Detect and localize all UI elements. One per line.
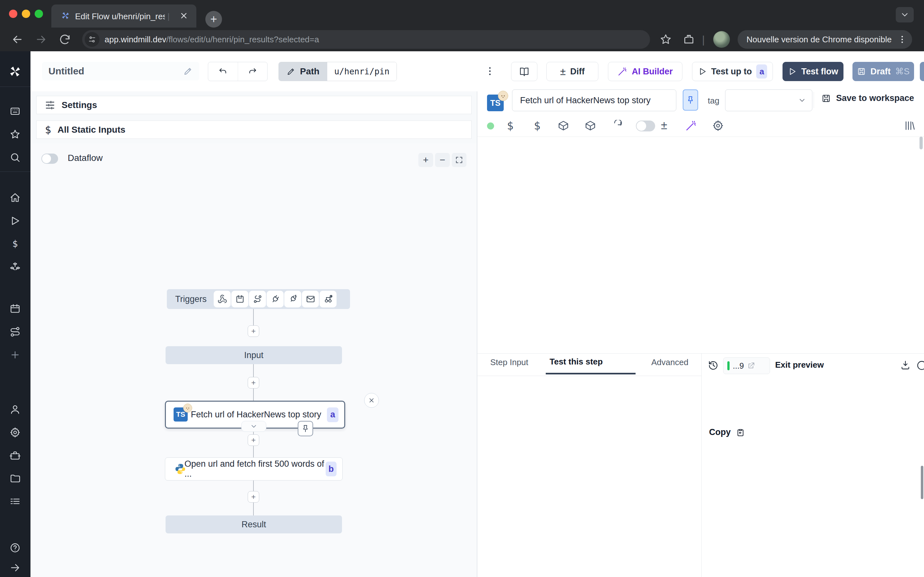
browser-tab[interactable]: Edit Flow u/henri/pin_results | — [51, 5, 196, 27]
ai-wand-icon[interactable] — [685, 120, 697, 131]
tab-test-this-step[interactable]: Test this step — [549, 357, 603, 367]
tag-select[interactable] — [725, 89, 813, 111]
forward-icon[interactable] — [35, 33, 47, 46]
browser-menu-kebab-icon[interactable] — [897, 35, 907, 44]
http-route-trigger-icon[interactable] — [249, 291, 266, 308]
hub-icon[interactable] — [10, 261, 21, 272]
poll-trigger-icon[interactable] — [320, 291, 336, 308]
path-group[interactable]: Path u/henri/pin — [278, 62, 397, 81]
edit-name-pencil-icon[interactable] — [183, 66, 193, 76]
graph-canvas[interactable]: Dataflow + − Triggers + Input + TS Fetch… — [31, 143, 476, 577]
webhook-trigger-icon[interactable] — [214, 291, 231, 308]
chrome-update-button[interactable]: Nouvelle version de Chrome disponible — [738, 30, 912, 49]
dataflow-toggle[interactable] — [41, 153, 58, 164]
ai-builder-button[interactable]: AI Builder — [608, 62, 682, 81]
test-up-to-button[interactable]: Test up to a — [692, 62, 773, 81]
schedule-trigger-icon[interactable] — [231, 291, 248, 308]
kafka-trigger-icon[interactable] — [284, 291, 301, 308]
zoom-out-button[interactable]: − — [435, 153, 450, 167]
back-icon[interactable] — [11, 33, 24, 46]
search-icon[interactable] — [10, 152, 21, 163]
expand-icon[interactable] — [10, 562, 21, 573]
preview-scrollbar[interactable] — [921, 466, 923, 499]
download-result-icon[interactable] — [900, 360, 911, 370]
help-icon[interactable] — [10, 542, 21, 553]
undo-button[interactable] — [208, 62, 238, 81]
diff-button[interactable]: ± Diff — [546, 62, 598, 81]
site-settings-icon[interactable] — [85, 32, 99, 47]
close-window-button[interactable] — [9, 10, 17, 18]
pin-toggle-button[interactable] — [683, 89, 698, 111]
variables-icon[interactable]: $ — [10, 239, 21, 250]
external-link-icon[interactable] — [747, 362, 755, 370]
input-node[interactable]: Input — [166, 346, 342, 364]
add-step-button[interactable]: + — [248, 434, 259, 446]
triggers-node[interactable]: Triggers — [167, 289, 350, 309]
runs-icon[interactable] — [10, 215, 21, 226]
format-toggle[interactable] — [636, 121, 655, 131]
step-node-b[interactable]: Open url and fetch first 500 words of ..… — [165, 458, 342, 480]
folders-icon[interactable] — [10, 473, 21, 484]
contextual-variables-icon[interactable]: $ — [534, 119, 540, 132]
settings-icon[interactable] — [10, 427, 21, 438]
add-step-button[interactable]: + — [248, 377, 259, 388]
apps-icon[interactable] — [10, 106, 21, 117]
code-scrollbar[interactable] — [919, 137, 923, 149]
flow-name-field[interactable]: Untitled — [42, 62, 199, 81]
address-bar[interactable]: app.windmill.dev/flows/edit/u/henri/pin_… — [82, 30, 650, 49]
maximize-window-button[interactable] — [35, 10, 43, 18]
flow-settings-row[interactable]: Settings — [36, 96, 472, 114]
schedules-icon[interactable] — [10, 303, 21, 314]
toolbar-kebab-icon[interactable] — [485, 66, 495, 77]
home-icon[interactable] — [10, 192, 21, 203]
fit-view-button[interactable] — [452, 153, 467, 167]
profile-avatar[interactable] — [713, 31, 730, 48]
job-status-pill[interactable]: ...9 — [723, 358, 770, 374]
pinned-result-chip[interactable] — [298, 421, 313, 436]
tab-step-input[interactable]: Step Input — [490, 358, 528, 367]
zoom-in-button[interactable]: + — [418, 153, 433, 167]
exit-preview-button[interactable]: Exit preview — [775, 360, 824, 370]
history-icon[interactable] — [708, 360, 719, 371]
add-step-button[interactable]: + — [248, 491, 259, 503]
extensions-icon[interactable] — [683, 33, 695, 45]
add-icon[interactable] — [10, 350, 21, 360]
audit-logs-icon[interactable] — [10, 496, 21, 507]
diff-icon[interactable]: ± — [661, 119, 667, 132]
new-tab-button[interactable]: + — [205, 11, 222, 27]
package-icon[interactable] — [557, 120, 569, 131]
minimize-window-button[interactable] — [22, 10, 30, 18]
tab-search-button[interactable] — [896, 7, 914, 23]
package-icon[interactable] — [585, 120, 596, 131]
path-value[interactable]: u/henri/pin — [327, 62, 397, 81]
email-trigger-icon[interactable] — [302, 291, 319, 308]
tab-close-icon[interactable] — [178, 10, 189, 21]
library-icon[interactable] — [904, 120, 916, 131]
draft-button[interactable]: Draft ⌘S — [853, 62, 914, 81]
reload-icon[interactable] — [612, 120, 623, 131]
deploy-button[interactable]: Deploy — [920, 62, 924, 81]
docs-button[interactable] — [511, 62, 537, 81]
users-icon[interactable] — [10, 404, 21, 415]
tab-advanced[interactable]: Advanced — [651, 358, 688, 367]
workers-icon[interactable] — [10, 450, 21, 461]
clipped-circle-icon[interactable] — [916, 360, 924, 371]
bookmark-star-icon[interactable] — [660, 33, 672, 45]
remove-step-button[interactable] — [364, 393, 379, 408]
variables-icon[interactable]: $ — [507, 119, 513, 132]
save-to-workspace-button[interactable]: Save to workspace — [821, 93, 914, 103]
all-static-inputs-row[interactable]: $ All Static Inputs — [36, 121, 472, 139]
add-step-button[interactable]: + — [248, 326, 259, 337]
reload-icon[interactable] — [58, 33, 71, 46]
routes-icon[interactable] — [10, 326, 21, 337]
step-name-input[interactable]: Fetch url of HackerNews top story — [512, 89, 676, 111]
windmill-logo[interactable] — [8, 65, 23, 79]
favorites-icon[interactable] — [10, 129, 21, 140]
copy-result-button[interactable]: Copy — [709, 427, 745, 437]
websocket-trigger-icon[interactable] — [267, 291, 284, 308]
path-segment[interactable]: Path — [279, 62, 327, 81]
test-flow-button[interactable]: Test flow — [782, 62, 843, 81]
gear-icon[interactable] — [712, 120, 724, 131]
redo-button[interactable] — [238, 62, 268, 81]
collapse-node-chevron[interactable] — [241, 421, 266, 432]
